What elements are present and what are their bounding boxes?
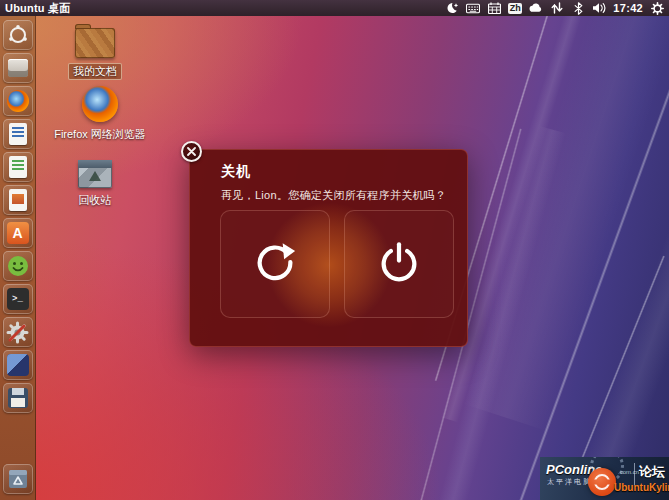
desktop-icon-firefox[interactable]: Firefox 网络浏览器 — [55, 86, 145, 142]
launcher-item-writer[interactable] — [3, 119, 33, 149]
desktop-icon-label: Firefox 网络浏览器 — [54, 127, 146, 142]
launcher-item-files[interactable] — [3, 53, 33, 83]
ubuntu-desktop: Ubuntu 桌面 Zh 17:42 — [0, 0, 669, 500]
youker-assistant-icon — [6, 254, 30, 278]
clock[interactable]: 17:42 — [613, 2, 643, 14]
desktop-icon-my-documents[interactable]: 我的文档 — [64, 28, 126, 80]
close-icon[interactable] — [181, 141, 202, 162]
cloud-icon[interactable] — [529, 2, 543, 15]
desktop-icon-recycle-bin[interactable]: 回收站 — [62, 160, 128, 208]
software-center-icon: A — [6, 221, 30, 245]
launcher-item-dash[interactable] — [3, 20, 33, 50]
launcher-item-impress[interactable] — [3, 185, 33, 215]
system-settings-icon — [6, 320, 30, 344]
system-tray: Zh 17:42 — [445, 2, 669, 15]
launcher-item-trash[interactable] — [3, 464, 33, 494]
floppy-disk-icon — [6, 386, 30, 410]
launcher-item-software-center[interactable]: A — [3, 218, 33, 248]
libreoffice-calc-icon — [6, 155, 30, 179]
recycle-bin-icon — [78, 160, 112, 188]
launcher-item-youker-assistant[interactable] — [3, 251, 33, 281]
libreoffice-impress-icon — [6, 188, 30, 212]
active-app-title[interactable]: Ubuntu 桌面 — [0, 1, 70, 16]
volume-icon[interactable] — [592, 2, 606, 15]
trash-icon — [6, 467, 30, 491]
firefox-icon — [82, 86, 118, 122]
bluetooth-icon[interactable] — [571, 2, 585, 15]
unity-launcher: A >_ — [0, 16, 36, 500]
power-icon — [376, 239, 422, 289]
launcher-item-terminal[interactable]: >_ — [3, 284, 33, 314]
libreoffice-writer-icon — [6, 122, 30, 146]
launcher-item-settings[interactable] — [3, 317, 33, 347]
launcher-item-firefox[interactable] — [3, 86, 33, 116]
wallpaper-streak — [462, 0, 669, 431]
calendar-icon[interactable] — [487, 2, 501, 15]
ubuntukylin-logo-icon — [588, 468, 616, 496]
weather-moon-star-icon[interactable] — [445, 2, 459, 15]
workspace-switcher-icon — [6, 353, 30, 377]
terminal-icon: >_ — [6, 287, 30, 311]
wallpaper-streak — [514, 0, 669, 500]
session-gear-icon[interactable] — [650, 2, 664, 15]
desktop-icon-label: 我的文档 — [68, 63, 122, 80]
keyboard-icon[interactable] — [466, 2, 480, 15]
firefox-icon — [6, 89, 30, 113]
launcher-item-volume[interactable] — [3, 383, 33, 413]
file-manager-icon — [6, 56, 30, 80]
shutdown-dialog: 关机 再见，Lion。您确定关闭所有程序并关机吗？ — [189, 149, 468, 347]
watermark-domain: .com.cn — [618, 469, 639, 475]
shutdown-button[interactable] — [344, 210, 454, 318]
dialog-title: 关机 — [221, 163, 251, 181]
watermark-forum: 论坛 — [639, 463, 665, 481]
folder-icon — [75, 28, 115, 58]
input-method-indicator[interactable]: Zh — [508, 3, 522, 14]
launcher-item-calc[interactable] — [3, 152, 33, 182]
launcher-item-workspace-switcher[interactable] — [3, 350, 33, 380]
restart-button[interactable] — [220, 210, 330, 318]
ubuntukylin-text: UbuntuKylin — [614, 482, 669, 493]
top-menubar: Ubuntu 桌面 Zh 17:42 — [0, 0, 669, 16]
ubuntu-dash-icon — [6, 23, 30, 47]
pconline-watermark: PConline .com.cn 太平洋电脑网 论坛 UbuntuKylin — [540, 457, 669, 500]
network-arrows-icon[interactable] — [550, 2, 564, 15]
desktop-icon-label: 回收站 — [79, 193, 112, 208]
dialog-message: 再见，Lion。您确定关闭所有程序并关机吗？ — [221, 188, 446, 203]
restart-icon — [252, 239, 298, 289]
wallpaper-streak — [521, 51, 669, 500]
